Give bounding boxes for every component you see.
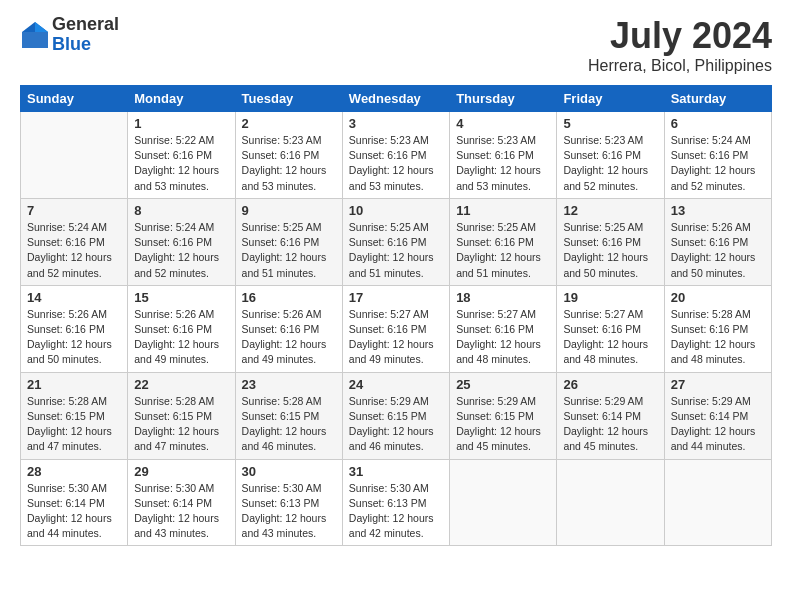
month-year: July 2024 [588,15,772,57]
day-number: 25 [456,377,550,392]
calendar-cell: 27Sunrise: 5:29 AMSunset: 6:14 PMDayligh… [664,372,771,459]
day-info: Sunrise: 5:26 AMSunset: 6:16 PMDaylight:… [134,307,228,368]
calendar-cell: 6Sunrise: 5:24 AMSunset: 6:16 PMDaylight… [664,112,771,199]
day-info: Sunrise: 5:23 AMSunset: 6:16 PMDaylight:… [456,133,550,194]
day-info: Sunrise: 5:27 AMSunset: 6:16 PMDaylight:… [563,307,657,368]
calendar-cell: 18Sunrise: 5:27 AMSunset: 6:16 PMDayligh… [450,285,557,372]
day-number: 20 [671,290,765,305]
week-row-3: 14Sunrise: 5:26 AMSunset: 6:16 PMDayligh… [21,285,772,372]
calendar-cell [450,459,557,546]
header: General Blue July 2024 Herrera, Bicol, P… [20,15,772,75]
header-cell-wednesday: Wednesday [342,86,449,112]
calendar-cell: 25Sunrise: 5:29 AMSunset: 6:15 PMDayligh… [450,372,557,459]
calendar-cell: 10Sunrise: 5:25 AMSunset: 6:16 PMDayligh… [342,198,449,285]
day-info: Sunrise: 5:29 AMSunset: 6:15 PMDaylight:… [349,394,443,455]
calendar-cell: 15Sunrise: 5:26 AMSunset: 6:16 PMDayligh… [128,285,235,372]
calendar-cell: 16Sunrise: 5:26 AMSunset: 6:16 PMDayligh… [235,285,342,372]
calendar-cell: 24Sunrise: 5:29 AMSunset: 6:15 PMDayligh… [342,372,449,459]
calendar-cell [21,112,128,199]
day-number: 30 [242,464,336,479]
week-row-5: 28Sunrise: 5:30 AMSunset: 6:14 PMDayligh… [21,459,772,546]
calendar-cell: 5Sunrise: 5:23 AMSunset: 6:16 PMDaylight… [557,112,664,199]
day-number: 21 [27,377,121,392]
day-info: Sunrise: 5:25 AMSunset: 6:16 PMDaylight:… [456,220,550,281]
header-cell-monday: Monday [128,86,235,112]
calendar-cell: 26Sunrise: 5:29 AMSunset: 6:14 PMDayligh… [557,372,664,459]
day-info: Sunrise: 5:30 AMSunset: 6:13 PMDaylight:… [349,481,443,542]
calendar-cell: 8Sunrise: 5:24 AMSunset: 6:16 PMDaylight… [128,198,235,285]
day-number: 8 [134,203,228,218]
day-number: 4 [456,116,550,131]
calendar-cell: 9Sunrise: 5:25 AMSunset: 6:16 PMDaylight… [235,198,342,285]
calendar-cell: 7Sunrise: 5:24 AMSunset: 6:16 PMDaylight… [21,198,128,285]
day-number: 11 [456,203,550,218]
day-info: Sunrise: 5:30 AMSunset: 6:13 PMDaylight:… [242,481,336,542]
day-info: Sunrise: 5:29 AMSunset: 6:14 PMDaylight:… [671,394,765,455]
calendar-cell: 13Sunrise: 5:26 AMSunset: 6:16 PMDayligh… [664,198,771,285]
calendar-cell: 20Sunrise: 5:28 AMSunset: 6:16 PMDayligh… [664,285,771,372]
day-number: 13 [671,203,765,218]
day-number: 10 [349,203,443,218]
calendar-cell: 17Sunrise: 5:27 AMSunset: 6:16 PMDayligh… [342,285,449,372]
day-number: 24 [349,377,443,392]
day-number: 27 [671,377,765,392]
day-info: Sunrise: 5:28 AMSunset: 6:15 PMDaylight:… [134,394,228,455]
calendar-cell: 31Sunrise: 5:30 AMSunset: 6:13 PMDayligh… [342,459,449,546]
day-number: 14 [27,290,121,305]
header-cell-thursday: Thursday [450,86,557,112]
calendar-cell: 23Sunrise: 5:28 AMSunset: 6:15 PMDayligh… [235,372,342,459]
day-info: Sunrise: 5:30 AMSunset: 6:14 PMDaylight:… [134,481,228,542]
day-info: Sunrise: 5:28 AMSunset: 6:16 PMDaylight:… [671,307,765,368]
day-info: Sunrise: 5:26 AMSunset: 6:16 PMDaylight:… [671,220,765,281]
day-number: 29 [134,464,228,479]
day-number: 5 [563,116,657,131]
day-info: Sunrise: 5:29 AMSunset: 6:14 PMDaylight:… [563,394,657,455]
header-cell-sunday: Sunday [21,86,128,112]
day-number: 22 [134,377,228,392]
day-info: Sunrise: 5:25 AMSunset: 6:16 PMDaylight:… [242,220,336,281]
day-info: Sunrise: 5:28 AMSunset: 6:15 PMDaylight:… [27,394,121,455]
calendar-cell: 19Sunrise: 5:27 AMSunset: 6:16 PMDayligh… [557,285,664,372]
calendar-cell: 4Sunrise: 5:23 AMSunset: 6:16 PMDaylight… [450,112,557,199]
calendar-cell: 29Sunrise: 5:30 AMSunset: 6:14 PMDayligh… [128,459,235,546]
day-number: 7 [27,203,121,218]
day-info: Sunrise: 5:23 AMSunset: 6:16 PMDaylight:… [349,133,443,194]
calendar-cell: 12Sunrise: 5:25 AMSunset: 6:16 PMDayligh… [557,198,664,285]
title-block: July 2024 Herrera, Bicol, Philippines [588,15,772,75]
calendar-cell: 14Sunrise: 5:26 AMSunset: 6:16 PMDayligh… [21,285,128,372]
calendar-cell: 3Sunrise: 5:23 AMSunset: 6:16 PMDaylight… [342,112,449,199]
day-number: 31 [349,464,443,479]
day-info: Sunrise: 5:23 AMSunset: 6:16 PMDaylight:… [563,133,657,194]
day-info: Sunrise: 5:22 AMSunset: 6:16 PMDaylight:… [134,133,228,194]
location: Herrera, Bicol, Philippines [588,57,772,75]
day-number: 18 [456,290,550,305]
calendar-table: SundayMondayTuesdayWednesdayThursdayFrid… [20,85,772,546]
day-info: Sunrise: 5:25 AMSunset: 6:16 PMDaylight:… [563,220,657,281]
day-info: Sunrise: 5:26 AMSunset: 6:16 PMDaylight:… [27,307,121,368]
week-row-4: 21Sunrise: 5:28 AMSunset: 6:15 PMDayligh… [21,372,772,459]
svg-marker-1 [35,22,48,32]
day-info: Sunrise: 5:27 AMSunset: 6:16 PMDaylight:… [349,307,443,368]
header-cell-saturday: Saturday [664,86,771,112]
day-info: Sunrise: 5:23 AMSunset: 6:16 PMDaylight:… [242,133,336,194]
calendar-cell [557,459,664,546]
logo-general: General [52,15,119,35]
day-info: Sunrise: 5:24 AMSunset: 6:16 PMDaylight:… [134,220,228,281]
calendar-cell [664,459,771,546]
logo-text: General Blue [52,15,119,55]
day-number: 19 [563,290,657,305]
day-number: 2 [242,116,336,131]
calendar-cell: 2Sunrise: 5:23 AMSunset: 6:16 PMDaylight… [235,112,342,199]
page: General Blue July 2024 Herrera, Bicol, P… [0,0,792,612]
logo-blue: Blue [52,35,119,55]
day-info: Sunrise: 5:26 AMSunset: 6:16 PMDaylight:… [242,307,336,368]
logo-icon [20,20,50,50]
svg-rect-2 [22,32,48,48]
day-number: 15 [134,290,228,305]
day-number: 9 [242,203,336,218]
day-number: 28 [27,464,121,479]
header-cell-tuesday: Tuesday [235,86,342,112]
day-number: 1 [134,116,228,131]
logo: General Blue [20,15,119,55]
calendar-cell: 21Sunrise: 5:28 AMSunset: 6:15 PMDayligh… [21,372,128,459]
